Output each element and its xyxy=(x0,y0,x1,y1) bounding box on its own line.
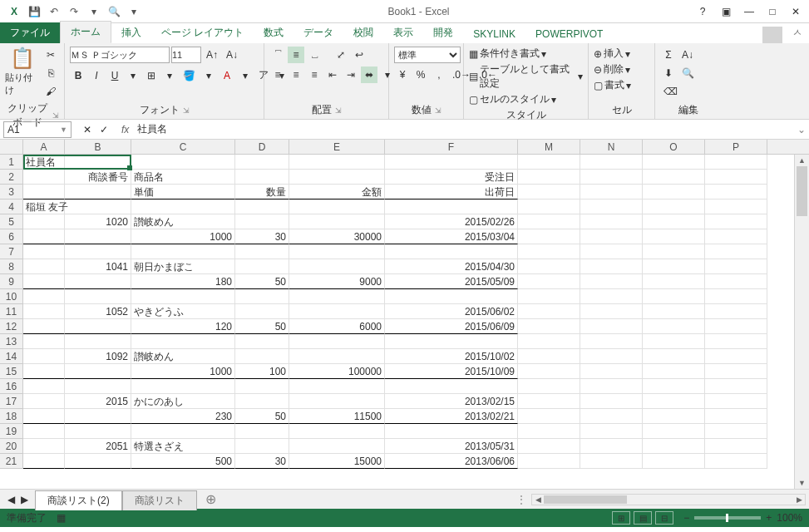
cell[interactable]: 2015/05/09 xyxy=(385,274,518,289)
cell[interactable] xyxy=(518,424,580,439)
cell[interactable]: 120 xyxy=(131,319,235,334)
border-icon[interactable]: ⊞ xyxy=(143,67,160,84)
column-headers[interactable]: ABCDEFMNOP xyxy=(23,140,809,155)
cell[interactable]: 社員名 xyxy=(23,155,65,170)
cell[interactable] xyxy=(23,394,65,409)
table-row[interactable]: 51020讃岐めん2015/02/26 xyxy=(0,214,809,229)
save-icon[interactable]: 💾 xyxy=(25,2,43,21)
cell[interactable] xyxy=(385,334,518,349)
cell[interactable]: 出荷日 xyxy=(385,185,518,200)
row-header[interactable]: 14 xyxy=(0,349,23,364)
cell[interactable]: 180 xyxy=(131,274,235,289)
shrink-font-icon[interactable]: A↓ xyxy=(223,47,241,63)
cell[interactable] xyxy=(289,244,385,259)
number-format-combo[interactable]: 標準 xyxy=(394,47,461,63)
table-row[interactable]: 111052やきどうふ2015/06/02 xyxy=(0,304,809,319)
cell[interactable] xyxy=(23,454,65,469)
fill-color-icon[interactable]: 🪣 xyxy=(180,67,199,84)
cut-icon[interactable]: ✂ xyxy=(42,47,59,63)
col-header-O[interactable]: O xyxy=(643,140,705,154)
tab-review[interactable]: 校閲 xyxy=(343,22,383,43)
cell[interactable] xyxy=(131,424,235,439)
col-header-E[interactable]: E xyxy=(289,140,385,154)
font-size-combo[interactable] xyxy=(171,47,201,63)
collapse-ribbon-icon[interactable]: ㅅ xyxy=(786,22,809,43)
cell[interactable] xyxy=(235,439,289,454)
cell[interactable] xyxy=(705,229,767,244)
cell[interactable] xyxy=(643,454,705,469)
cell[interactable] xyxy=(705,424,767,439)
cell[interactable] xyxy=(518,244,580,259)
cell[interactable] xyxy=(705,364,767,379)
table-row[interactable]: 16 xyxy=(0,379,809,394)
cell[interactable]: 2013/02/21 xyxy=(385,409,518,424)
cell[interactable] xyxy=(705,319,767,334)
maximize-icon[interactable]: □ xyxy=(764,6,781,17)
row-header[interactable]: 10 xyxy=(0,289,23,304)
hscroll-thumb[interactable] xyxy=(544,495,627,504)
cell[interactable]: 230 xyxy=(131,409,235,424)
row-header[interactable]: 4 xyxy=(0,200,23,214)
cell[interactable] xyxy=(580,334,643,349)
cell[interactable] xyxy=(518,409,580,424)
cell[interactable]: 1020 xyxy=(65,214,131,229)
cell[interactable] xyxy=(65,454,131,469)
add-sheet-icon[interactable]: ⊕ xyxy=(197,491,224,507)
cell[interactable] xyxy=(235,170,289,185)
cell[interactable] xyxy=(235,394,289,409)
cell[interactable] xyxy=(705,439,767,454)
cell[interactable]: 6000 xyxy=(289,319,385,334)
cell[interactable] xyxy=(580,424,643,439)
minimize-icon[interactable]: — xyxy=(741,6,757,17)
row-header[interactable]: 13 xyxy=(0,334,23,349)
table-row[interactable]: 121205060002015/06/09 xyxy=(0,319,809,334)
cell[interactable] xyxy=(23,244,65,259)
cell[interactable] xyxy=(643,214,705,229)
cell[interactable] xyxy=(23,364,65,379)
cell[interactable] xyxy=(23,185,65,200)
cell[interactable] xyxy=(131,289,235,304)
cell[interactable]: 2015/06/09 xyxy=(385,319,518,334)
cell[interactable] xyxy=(65,185,131,200)
cell[interactable]: 特選さざえ xyxy=(131,439,235,454)
tab-pagelayout[interactable]: ページ レイアウト xyxy=(151,22,254,43)
col-header-C[interactable]: C xyxy=(131,140,235,154)
format-as-table-button[interactable]: ▤テーブルとして書式設定▾ xyxy=(469,62,583,91)
cell[interactable]: 9000 xyxy=(289,274,385,289)
expand-formula-icon[interactable]: ⌄ xyxy=(794,124,809,135)
table-row[interactable]: 202051特選さざえ2013/05/31 xyxy=(0,439,809,454)
cell[interactable] xyxy=(131,379,235,394)
fill-icon[interactable]: ⬇ xyxy=(660,65,677,81)
table-row[interactable]: 6100030300002015/03/04 xyxy=(0,229,809,244)
font-dialog-icon[interactable]: ⇲ xyxy=(183,106,190,115)
col-header-P[interactable]: P xyxy=(705,140,767,154)
cell[interactable]: 2013/02/15 xyxy=(385,394,518,409)
row-header[interactable]: 16 xyxy=(0,379,23,394)
cell[interactable] xyxy=(235,349,289,364)
cell[interactable] xyxy=(385,155,518,170)
cell[interactable] xyxy=(23,379,65,394)
cell[interactable] xyxy=(23,259,65,274)
zoom-out-icon[interactable]: − xyxy=(683,512,689,524)
align-bottom-icon[interactable]: ⎵ xyxy=(306,47,323,63)
cell[interactable] xyxy=(705,259,767,274)
cell[interactable]: 11500 xyxy=(289,409,385,424)
cell[interactable] xyxy=(643,274,705,289)
cell[interactable]: 稲垣 友子 xyxy=(23,200,65,214)
align-middle-icon[interactable]: ≡ xyxy=(288,47,304,63)
row-header[interactable]: 9 xyxy=(0,274,23,289)
row-header[interactable]: 3 xyxy=(0,185,23,200)
wrap-text-icon[interactable]: ↩ xyxy=(351,47,368,63)
view-normal-icon[interactable]: ⊞ xyxy=(612,511,630,525)
increase-indent-icon[interactable]: ⇥ xyxy=(343,66,359,83)
cell[interactable] xyxy=(643,244,705,259)
cell[interactable] xyxy=(580,155,643,170)
cell[interactable]: 100000 xyxy=(289,364,385,379)
cell[interactable]: 1000 xyxy=(131,229,235,244)
tab-view[interactable]: 表示 xyxy=(383,22,423,43)
align-center-icon[interactable]: ≡ xyxy=(288,66,304,83)
cell[interactable] xyxy=(289,170,385,185)
col-header-F[interactable]: F xyxy=(385,140,518,154)
row-header[interactable]: 19 xyxy=(0,424,23,439)
cell[interactable] xyxy=(518,439,580,454)
